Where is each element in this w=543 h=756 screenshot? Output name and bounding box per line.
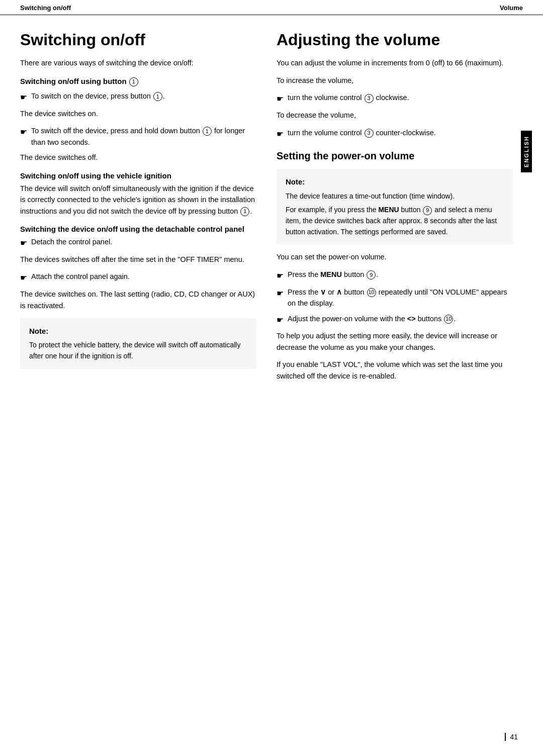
after-note: You can set the power-on volume. — [277, 251, 513, 262]
arrow-icon-7: ☛ — [277, 270, 284, 282]
content-area: Switching on/off There are various ways … — [0, 15, 543, 403]
page-container: Switching on/off Volume Switching on/off… — [0, 0, 543, 756]
circle-3b: 3 — [365, 129, 374, 138]
left-section-title: Switching on/off — [20, 30, 256, 49]
bullet-item-3: ☛ Detach the control panel. — [20, 236, 256, 250]
power-bullet-3-text: Adjust the power-on volume with the <> b… — [288, 313, 513, 324]
device-reactivated: The device switches on. The last setting… — [20, 289, 256, 311]
footer-1: To help you adjust the setting more easi… — [277, 330, 513, 353]
right-column: Adjusting the volume You can adjust the … — [277, 30, 513, 388]
arrow-icon-3: ☛ — [20, 237, 27, 250]
bullet-text-2: To switch off the device, press and hold… — [31, 125, 256, 148]
decrease-label: To decrease the volume, — [277, 110, 513, 121]
right-intro: You can adjust the volume in increments … — [277, 57, 513, 68]
power-bullet-2-text: Press the ∨ or ∧ button 10 repeatedly un… — [288, 287, 513, 309]
bullet-text-3: Detach the control panel. — [31, 236, 256, 247]
left-note-title: Note: — [29, 325, 247, 337]
left-intro: There are various ways of switching the … — [20, 57, 256, 68]
menu-bold-2: MENU — [320, 270, 342, 278]
arrow-icon-5: ☛ — [277, 93, 284, 106]
subsection-2-title: Switching on/off using the vehicle ignit… — [20, 171, 256, 180]
footer-2: If you enable "LAST VOL", the volume whi… — [277, 359, 513, 382]
increase-bullet: ☛ turn the volume control 3 clockwise. — [277, 92, 513, 106]
decrease-bullet: ☛ turn the volume control 3 counter-cloc… — [277, 127, 513, 141]
arrow-icon-8: ☛ — [277, 288, 284, 300]
subsection-3-title: Switching the device on/off using the de… — [20, 225, 256, 233]
power-bullet-1: ☛ Press the MENU button 9. — [277, 269, 513, 282]
device-switches-off: The device switches off. — [20, 152, 256, 163]
circle-10b: 10 — [444, 315, 453, 324]
lt-gt-symbol: <> — [407, 315, 416, 323]
right-note-title: Note: — [286, 176, 504, 187]
up-arrow-symbol: ∧ — [336, 288, 342, 296]
header-right: Volume — [500, 4, 523, 12]
arrow-icon-1: ☛ — [20, 91, 27, 104]
power-on-section-title: Setting the power-on volume — [277, 150, 513, 162]
right-note-line1: The device features a time-out function … — [286, 191, 504, 202]
arrow-icon-6: ☛ — [277, 128, 284, 141]
bullet-item-1: ☛ To switch on the device, press button … — [20, 90, 256, 104]
bullet-item-2: ☛ To switch off the device, press and ho… — [20, 125, 256, 148]
increase-bullet-text: turn the volume control 3 clockwise. — [288, 92, 513, 103]
decrease-bullet-text: turn the volume control 3 counter-clockw… — [288, 127, 513, 138]
english-tab: ENGLISH — [521, 131, 532, 172]
right-note-line2: For example, if you press the MENU butto… — [286, 205, 504, 237]
circle-1d: 1 — [240, 207, 249, 216]
bullet-text-1: To switch on the device, press button 1. — [31, 90, 256, 102]
circle-3a: 3 — [365, 94, 374, 103]
device-switches-on: The device switches on. — [20, 108, 256, 119]
page-number: 41 — [505, 733, 518, 741]
arrow-icon-9: ☛ — [277, 314, 284, 327]
left-column: Switching on/off There are various ways … — [20, 30, 256, 388]
circle-9a: 9 — [423, 206, 432, 215]
subsection-1-title: Switching on/off using button 1 — [20, 77, 256, 86]
power-bullet-2: ☛ Press the ∨ or ∧ button 10 repeatedly … — [277, 287, 513, 309]
right-note-box: Note: The device features a time-out fun… — [277, 169, 513, 244]
circle-1c: 1 — [203, 127, 212, 136]
header-bar: Switching on/off Volume — [0, 0, 543, 15]
arrow-icon-4: ☛ — [20, 272, 27, 285]
circle-1b: 1 — [153, 92, 162, 101]
arrow-icon-2: ☛ — [20, 126, 27, 139]
circle-9b: 9 — [367, 270, 376, 279]
power-bullet-3: ☛ Adjust the power-on volume with the <>… — [277, 313, 513, 327]
down-arrow-symbol: ∨ — [320, 288, 326, 296]
subsection-1-title-text: Switching on/off using button — [20, 77, 129, 85]
devices-switches-off-timer: The devices switches off after the time … — [20, 254, 256, 265]
bullet-text-4: Attach the control panel again. — [31, 271, 256, 282]
circle-10a: 10 — [367, 288, 376, 297]
increase-label: To increase the volume, — [277, 75, 513, 86]
right-section-title: Adjusting the volume — [277, 30, 513, 49]
menu-bold: MENU — [378, 206, 399, 214]
header-left: Switching on/off — [20, 4, 71, 12]
left-note-box: Note: To protect the vehicle battery, th… — [20, 318, 256, 369]
power-bullet-1-text: Press the MENU button 9. — [288, 269, 513, 280]
left-note-body: To protect the vehicle battery, the devi… — [29, 340, 247, 361]
bullet-item-4: ☛ Attach the control panel again. — [20, 271, 256, 285]
circle-1a: 1 — [129, 77, 138, 86]
subsection-2-body: The device will switch on/off simultaneo… — [20, 183, 256, 217]
